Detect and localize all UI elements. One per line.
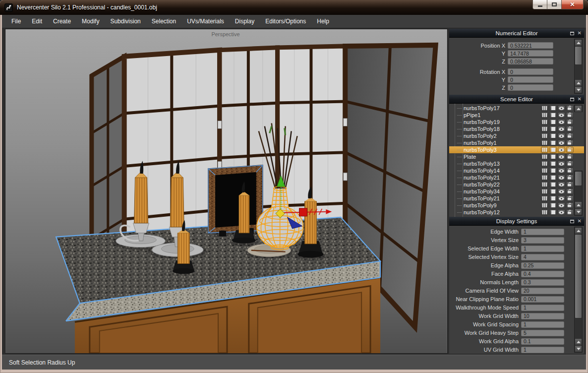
setting-value-field[interactable] bbox=[521, 347, 564, 353]
scene-item-nurbsToPoly1[interactable]: nurbsToPoly1 bbox=[449, 139, 584, 146]
restore-icon[interactable] bbox=[570, 220, 574, 223]
scene-item-nurbsToPoly18[interactable]: nurbsToPoly18 bbox=[449, 125, 584, 132]
close-icon[interactable]: ✕ bbox=[578, 97, 582, 102]
material-square-button[interactable] bbox=[549, 168, 557, 174]
visibility-eye-button[interactable] bbox=[558, 182, 565, 187]
display-settings-header[interactable]: Display Settings ✕ bbox=[449, 217, 584, 226]
numeric-value-field[interactable] bbox=[508, 68, 553, 75]
isolate-bars-button[interactable] bbox=[541, 126, 548, 132]
setting-value-field[interactable] bbox=[521, 279, 564, 286]
scene-item-nurbsToPoly13[interactable]: nurbsToPoly13 bbox=[449, 160, 584, 167]
isolate-bars-button[interactable] bbox=[541, 147, 548, 153]
scroll-down-button[interactable] bbox=[575, 208, 582, 215]
isolate-bars-button[interactable] bbox=[541, 154, 548, 160]
isolate-bars-button[interactable] bbox=[541, 133, 548, 139]
visibility-eye-button[interactable] bbox=[558, 147, 565, 153]
isolate-bars-button[interactable] bbox=[541, 195, 548, 201]
isolate-bars-button[interactable] bbox=[541, 140, 548, 146]
display-settings-scrollbar[interactable] bbox=[574, 227, 583, 353]
scene-item-nurbsToPoly12[interactable]: nurbsToPoly12 bbox=[449, 209, 584, 216]
setting-value-field[interactable] bbox=[521, 288, 564, 294]
scene-item-nurbsToPoly21[interactable]: nurbsToPoly21 bbox=[449, 174, 584, 181]
minimize-button[interactable] bbox=[532, 0, 547, 9]
menu-display[interactable]: Display bbox=[230, 15, 260, 28]
scene-editor-header[interactable]: Scene Editor ✕ bbox=[449, 95, 584, 104]
scroll-thumb[interactable] bbox=[575, 46, 582, 65]
numeric-value-field[interactable] bbox=[508, 50, 553, 57]
visibility-eye-button[interactable] bbox=[558, 112, 565, 118]
scene-editor-scroll-up[interactable] bbox=[574, 105, 583, 112]
isolate-bars-button[interactable] bbox=[541, 105, 548, 111]
lock-button[interactable] bbox=[566, 175, 574, 181]
isolate-bars-button[interactable] bbox=[541, 112, 548, 118]
material-square-button[interactable] bbox=[549, 188, 557, 194]
scroll-down-button[interactable] bbox=[575, 86, 582, 93]
material-square-button[interactable] bbox=[549, 202, 557, 208]
menu-editors-options[interactable]: Editors/Options bbox=[260, 15, 311, 28]
scroll-track[interactable] bbox=[575, 65, 582, 79]
scene-item-nurbsToPoly3[interactable]: nurbsToPoly3 bbox=[449, 146, 584, 153]
setting-value-field[interactable] bbox=[521, 330, 564, 336]
scene-item-nurbsToPoly17[interactable]: nurbsToPoly17 bbox=[449, 105, 584, 112]
scroll-thumb[interactable] bbox=[575, 234, 582, 318]
material-square-button[interactable] bbox=[549, 112, 557, 118]
lock-button[interactable] bbox=[566, 188, 574, 194]
numerical-editor-header[interactable]: Numerical Editor ✕ bbox=[449, 29, 584, 38]
scroll-up-button[interactable] bbox=[575, 39, 582, 46]
material-square-button[interactable] bbox=[549, 140, 557, 146]
material-square-button[interactable] bbox=[549, 182, 557, 187]
scene-item-nurbsToPoly21[interactable]: nurbsToPoly21 bbox=[449, 195, 584, 202]
menu-edit[interactable]: Edit bbox=[26, 15, 48, 28]
numeric-value-field[interactable] bbox=[508, 76, 553, 83]
lock-button[interactable] bbox=[566, 119, 574, 125]
isolate-bars-button[interactable] bbox=[541, 202, 548, 208]
setting-value-field[interactable] bbox=[521, 262, 564, 269]
material-square-button[interactable] bbox=[549, 175, 557, 181]
setting-value-field[interactable] bbox=[521, 313, 564, 319]
numeric-value-field[interactable] bbox=[508, 42, 553, 49]
lock-button[interactable] bbox=[566, 209, 574, 215]
visibility-eye-button[interactable] bbox=[558, 105, 565, 111]
scene-item-nurbsToPoly19[interactable]: nurbsToPoly19 bbox=[449, 119, 584, 125]
lock-button[interactable] bbox=[566, 168, 574, 174]
material-square-button[interactable] bbox=[549, 147, 557, 153]
visibility-eye-button[interactable] bbox=[558, 168, 565, 174]
lock-button[interactable] bbox=[566, 195, 574, 201]
setting-value-field[interactable] bbox=[521, 338, 564, 345]
scroll-track[interactable] bbox=[575, 318, 582, 338]
material-square-button[interactable] bbox=[549, 154, 557, 160]
material-square-button[interactable] bbox=[549, 133, 557, 139]
scene-editor-scrollbar[interactable] bbox=[574, 171, 583, 216]
visibility-eye-button[interactable] bbox=[558, 133, 565, 139]
menu-selection[interactable]: Selection bbox=[146, 15, 181, 28]
table-with-granite-top[interactable] bbox=[56, 217, 380, 353]
lock-button[interactable] bbox=[566, 105, 574, 111]
setting-value-field[interactable] bbox=[521, 321, 564, 328]
title-bar[interactable]: Nevercenter Silo 2.1 Professional - cand… bbox=[0, 0, 588, 15]
isolate-bars-button[interactable] bbox=[541, 209, 548, 215]
isolate-bars-button[interactable] bbox=[541, 182, 548, 187]
material-square-button[interactable] bbox=[549, 126, 557, 132]
lock-button[interactable] bbox=[566, 112, 574, 118]
scene-item-nurbsToPoly9[interactable]: nurbsToPoly9 bbox=[449, 202, 584, 209]
scroll-up-button[interactable] bbox=[575, 201, 582, 208]
restore-icon[interactable] bbox=[570, 98, 574, 101]
scene-item-Plate[interactable]: Plate bbox=[449, 153, 584, 160]
material-square-button[interactable] bbox=[549, 105, 557, 111]
visibility-eye-button[interactable] bbox=[558, 209, 565, 215]
material-square-button[interactable] bbox=[549, 195, 557, 201]
scene-item-pPipe1[interactable]: pPipe1 bbox=[449, 112, 584, 119]
scroll-down-button[interactable] bbox=[575, 345, 582, 352]
menu-modify[interactable]: Modify bbox=[76, 15, 105, 28]
setting-value-field[interactable] bbox=[521, 237, 564, 244]
close-icon[interactable]: ✕ bbox=[578, 31, 582, 36]
mirror-frame[interactable] bbox=[208, 165, 263, 237]
menu-uvs-materials[interactable]: UVs/Materials bbox=[181, 15, 230, 28]
material-square-button[interactable] bbox=[549, 161, 557, 167]
isolate-bars-button[interactable] bbox=[541, 161, 548, 167]
scene-item-nurbsToPoly2[interactable]: nurbsToPoly2 bbox=[449, 132, 584, 139]
close-button[interactable]: ✕ bbox=[561, 0, 584, 9]
material-square-button[interactable] bbox=[549, 119, 557, 125]
visibility-eye-button[interactable] bbox=[558, 140, 565, 146]
scroll-up-button[interactable] bbox=[575, 227, 582, 234]
